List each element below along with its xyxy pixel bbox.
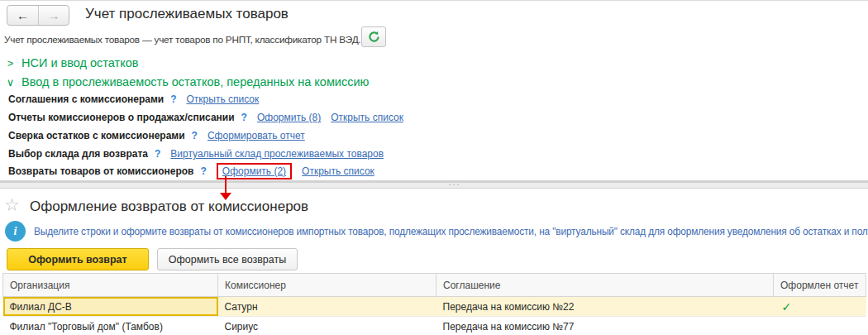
- cell-commission-agent[interactable]: Сириус: [218, 317, 436, 335]
- forward-icon: →: [48, 8, 60, 22]
- issue-return-button[interactable]: Оформить возврат: [7, 248, 149, 270]
- task-label: Выбор склада для возврата: [8, 148, 148, 160]
- issue-2-link[interactable]: Оформить (2): [222, 165, 286, 177]
- table-header-row: Организация Комиссионер Соглашение Оформ…: [3, 274, 866, 297]
- task-label: Соглашения с комиссионерами: [8, 93, 164, 105]
- section-label: НСИ и ввод остатков: [21, 56, 138, 69]
- help-link[interactable]: ?: [170, 93, 176, 105]
- open-list-link[interactable]: Открыть список: [302, 165, 374, 177]
- splitter-grip-icon: ∙∙∙: [449, 179, 460, 189]
- task-row-balance-check: Сверка остатков с комиссионерами ? Сформ…: [8, 127, 305, 145]
- back-button[interactable]: ←: [7, 6, 38, 25]
- info-banner-text: Выделите строки и оформите возвраты от к…: [34, 226, 868, 237]
- section-vvod-v-proslezhivaemost[interactable]: ∨ Ввод в прослеживаемость остатков, пере…: [5, 75, 369, 89]
- section-label: Ввод в прослеживаемость остатков, переда…: [21, 75, 369, 89]
- report-done-check-icon: ✓: [774, 297, 866, 317]
- panel-splitter[interactable]: ∙∙∙: [0, 180, 868, 189]
- back-icon: ←: [17, 8, 29, 22]
- table-row[interactable]: Филиал ДС-В Сатурн Передача на комиссию …: [3, 297, 866, 317]
- cell-organization[interactable]: Филиал "Торговый дом" (Тамбов): [3, 317, 218, 335]
- open-list-link[interactable]: Открыть список: [187, 93, 260, 105]
- task-label: Отчеты комиссионеров о продажах/списании: [8, 112, 235, 123]
- favorite-star-icon[interactable]: ☆: [4, 196, 20, 213]
- forward-button[interactable]: →: [38, 6, 69, 25]
- page-title: Учет прослеживаемых товаров: [85, 6, 289, 22]
- task-row-agent-reports: Отчеты комиссионеров о продажах/списании…: [8, 108, 403, 127]
- cell-agreement[interactable]: Передача на комиссию №22: [436, 297, 774, 317]
- help-link[interactable]: ?: [192, 130, 198, 141]
- help-link[interactable]: ?: [155, 148, 160, 160]
- task-row-returns: Возвраты товаров от комиссионеров ? Офор…: [8, 162, 374, 180]
- refresh-button[interactable]: [361, 26, 386, 47]
- issue-8-link[interactable]: Оформить (8): [257, 112, 321, 123]
- annotation-highlight-box: Оформить (2): [217, 163, 292, 179]
- cell-commission-agent[interactable]: Сатурн: [218, 297, 436, 317]
- open-list-link[interactable]: Открыть список: [331, 112, 403, 123]
- traceable-goods-window: ← → Учет прослеживаемых товаров Учет про…: [0, 0, 868, 335]
- task-label: Возвраты товаров от комиссионеров: [8, 165, 193, 177]
- help-link[interactable]: ?: [200, 165, 206, 177]
- col-header-report-issued[interactable]: Оформлен отчет: [774, 274, 866, 297]
- refresh-icon: [368, 31, 380, 43]
- issue-all-returns-button[interactable]: Оформить все возвраты: [157, 248, 298, 270]
- info-icon: i: [5, 221, 26, 242]
- cell-organization[interactable]: Филиал ДС-В: [3, 297, 218, 317]
- table-row[interactable]: Филиал "Торговый дом" (Тамбов) Сириус Пе…: [3, 317, 866, 335]
- task-label: Сверка остатков с комиссионерами: [8, 130, 185, 141]
- task-row-agreements: Соглашения с комиссионерами ? Открыть сп…: [8, 90, 259, 108]
- panel-title: Оформление возвратов от комиссионеров: [30, 199, 308, 215]
- chevron-right-icon: >: [5, 57, 16, 69]
- section-nsi-i-vvod-ostatkov[interactable]: > НСИ и ввод остатков: [5, 56, 138, 69]
- chevron-down-icon: ∨: [5, 76, 16, 89]
- generate-report-link[interactable]: Сформировать отчет: [207, 130, 305, 141]
- col-header-agreement[interactable]: Соглашение: [436, 274, 774, 297]
- returns-table: Организация Комиссионер Соглашение Оформ…: [2, 273, 866, 335]
- annotation-arrow-stem: [225, 176, 227, 194]
- nav-button-group: ← →: [7, 5, 69, 26]
- help-link[interactable]: ?: [241, 112, 247, 123]
- cell-agreement[interactable]: Передача на комиссию №77: [436, 317, 774, 335]
- annotation-arrow-head: [220, 193, 231, 200]
- virtual-warehouse-link[interactable]: Виртуальный склад прослеживаемых товаров: [170, 148, 384, 160]
- col-header-organization[interactable]: Организация: [3, 274, 218, 297]
- task-row-warehouse-choice: Выбор склада для возврата ? Виртуальный …: [8, 145, 384, 163]
- col-header-commission-agent[interactable]: Комиссионер: [218, 274, 436, 297]
- page-subtitle: Учет прослеживаемых товаров — учет товар…: [4, 34, 360, 45]
- report-done-check-icon: [774, 317, 866, 335]
